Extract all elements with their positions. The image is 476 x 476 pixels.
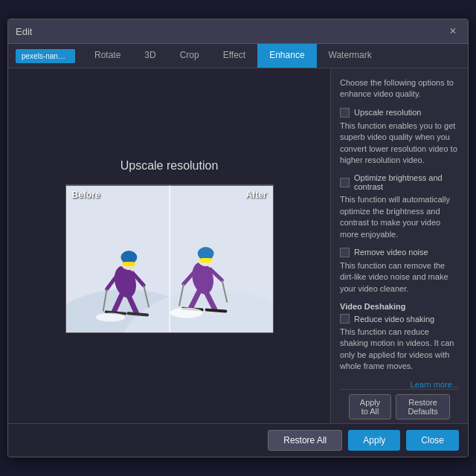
apply-row: Apply to All Restore Defaults	[340, 389, 459, 423]
deshake-section-title: Video Deshaking	[340, 302, 459, 311]
after-label: After	[245, 190, 266, 200]
svg-point-29	[170, 307, 202, 318]
noise-checkbox[interactable]	[340, 248, 350, 257]
main-title: Upscale resolution	[120, 159, 219, 173]
deshake-label: Reduce video shaking	[354, 315, 434, 324]
restore-all-button[interactable]: Restore All	[268, 430, 342, 451]
content-area: Upscale resolution Before After	[8, 68, 468, 423]
deshake-description: This function can reduce shaking motion …	[340, 327, 459, 373]
svg-rect-20	[199, 258, 211, 263]
apply-button[interactable]: Apply	[348, 430, 400, 451]
tab-effect[interactable]: Effect	[211, 44, 257, 68]
noise-label: Remove video noise	[354, 248, 428, 257]
upscale-label: Upscale resolution	[354, 108, 422, 117]
option-noise-row: Remove video noise	[340, 248, 459, 257]
title-bar-left: Edit	[16, 26, 32, 37]
tab-enhance[interactable]: Enhance	[257, 44, 316, 68]
preview-divider	[170, 185, 170, 332]
tab-watermark[interactable]: Watermark	[317, 44, 384, 68]
title-bar: Edit ×	[8, 19, 468, 44]
preview-container: Before After	[65, 184, 274, 333]
brightness-description: This function will automatically optimiz…	[340, 194, 459, 240]
restore-defaults-button[interactable]: Restore Defaults	[396, 394, 450, 419]
tab-bar: pexels-nang-... Rotate 3D Crop Effect En…	[8, 44, 468, 68]
option-upscale-row: Upscale resolution	[340, 108, 459, 118]
edit-dialog: Edit × pexels-nang-... Rotate 3D Crop Ef…	[7, 19, 469, 457]
tab-crop[interactable]: Crop	[168, 44, 211, 68]
dialog-close-button[interactable]: Close	[406, 430, 459, 451]
noise-description: This function can remove the dirt-like v…	[340, 260, 459, 295]
option-brightness-row: Optimize brightness and contrast	[340, 173, 459, 191]
upscale-description: This function enables you to get superb …	[340, 120, 459, 167]
before-label: Before	[72, 190, 100, 200]
deshake-checkbox[interactable]	[340, 314, 350, 324]
apply-to-all-button[interactable]: Apply to All	[349, 394, 391, 419]
learn-more-link[interactable]: Learn more...	[340, 380, 459, 389]
file-thumbnail[interactable]: pexels-nang-...	[16, 49, 75, 63]
dialog-title: Edit	[16, 26, 32, 37]
svg-rect-7	[123, 261, 135, 266]
main-panel: Upscale resolution Before After	[8, 68, 330, 423]
close-icon[interactable]: ×	[446, 24, 460, 39]
intro-text: Choose the following options to enhance …	[340, 77, 459, 100]
tab-3d[interactable]: 3D	[132, 44, 167, 68]
brightness-label: Optimize brightness and contrast	[354, 173, 459, 191]
footer-bar: Restore All Apply Close	[8, 423, 468, 457]
upscale-checkbox[interactable]	[340, 108, 350, 118]
brightness-checkbox[interactable]	[340, 178, 350, 187]
tab-rotate[interactable]: Rotate	[83, 44, 132, 68]
right-panel: Choose the following options to enhance …	[330, 68, 468, 423]
svg-point-16	[95, 312, 125, 321]
option-deshake-row: Reduce video shaking	[340, 314, 459, 324]
